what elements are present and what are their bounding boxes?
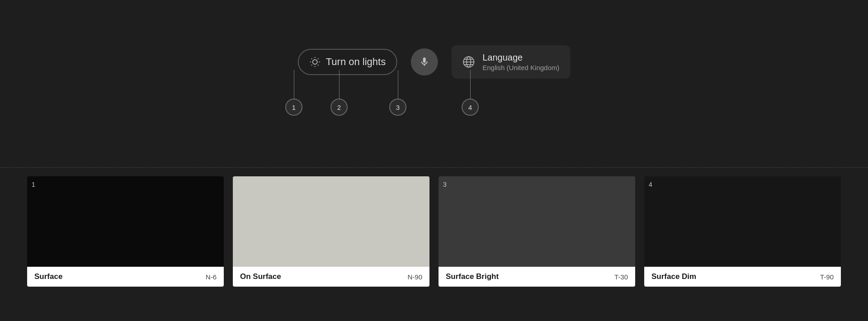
- swatch-label-4: Surface Dim T-90: [644, 267, 841, 287]
- svg-line-3: [311, 58, 312, 59]
- swatch-name-1: Surface: [34, 272, 62, 281]
- swatch-label-2: On Surface N-90: [233, 267, 429, 287]
- annotation-dot-4: 4: [462, 99, 479, 116]
- swatches-section: 1 Surface N-6 2 On Surface N-90 3 Surfac…: [0, 176, 868, 287]
- swatch-color-2: [233, 176, 429, 267]
- swatch-code-1: N-6: [206, 273, 217, 281]
- swatch-label-3: Surface Bright T-30: [439, 267, 635, 287]
- annotation-line-1: [294, 70, 294, 99]
- section-divider: [0, 167, 868, 168]
- annotation-line-2: [339, 70, 340, 99]
- top-section: Turn on lights Language English (United …: [0, 0, 868, 167]
- sun-icon: [310, 57, 321, 67]
- swatch-card-4: 4 Surface Dim T-90: [644, 176, 841, 287]
- language-title: Language: [482, 52, 559, 63]
- turn-on-lights-label: Turn on lights: [326, 56, 386, 68]
- language-card: Language English (United Kingdom): [452, 45, 570, 79]
- swatch-color-4: [644, 176, 841, 267]
- swatch-card-1: 1 Surface N-6: [27, 176, 224, 287]
- swatch-color-3: [439, 176, 635, 267]
- swatch-code-3: T-30: [614, 273, 628, 281]
- swatch-color-1: [27, 176, 224, 267]
- swatch-name-2: On Surface: [240, 272, 281, 281]
- swatch-number-3: 3: [443, 181, 447, 188]
- svg-point-0: [313, 60, 317, 64]
- swatch-card-3: 3 Surface Bright T-30: [439, 176, 635, 287]
- language-subtitle: English (United Kingdom): [482, 64, 559, 71]
- swatch-code-4: T-90: [820, 273, 834, 281]
- annotation-line-3: [398, 70, 398, 99]
- swatch-code-2: N-90: [407, 273, 422, 281]
- swatch-number-2: 2: [237, 181, 241, 188]
- annotation-dot-3: 3: [389, 99, 406, 116]
- annotation-dot-2: 2: [330, 99, 348, 116]
- swatch-name-4: Surface Dim: [651, 272, 696, 281]
- swatch-label-1: Surface N-6: [27, 267, 224, 287]
- annotation-line-4: [470, 70, 471, 99]
- globe-icon: [462, 56, 475, 68]
- mic-icon: [419, 57, 430, 67]
- language-text: Language English (United Kingdom): [482, 52, 559, 71]
- svg-line-7: [311, 65, 312, 65]
- svg-line-8: [318, 58, 318, 59]
- swatch-card-2: 2 On Surface N-90: [233, 176, 429, 287]
- mic-button[interactable]: [411, 48, 438, 76]
- swatch-number-4: 4: [649, 181, 652, 188]
- svg-line-4: [318, 65, 318, 65]
- annotation-dot-1: 1: [285, 99, 302, 116]
- turn-on-lights-button[interactable]: Turn on lights: [298, 49, 397, 75]
- swatch-number-1: 1: [32, 181, 35, 188]
- swatch-name-3: Surface Bright: [446, 272, 499, 281]
